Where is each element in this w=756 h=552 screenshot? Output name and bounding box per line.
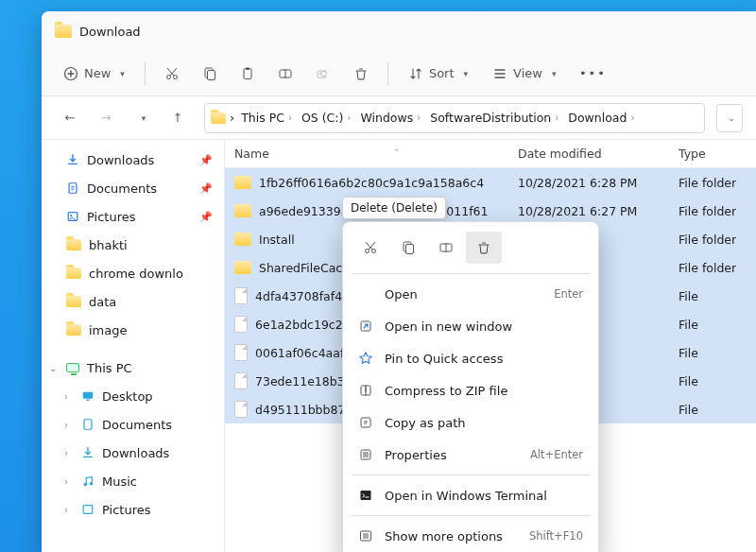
cell-type: File (679, 289, 747, 303)
file-icon (234, 316, 248, 333)
svg-rect-14 (84, 420, 92, 430)
cell-type: File folder (679, 204, 747, 218)
nav-row: ← → ▾ ↑ › This PC› OS (C:)› Windows› Sof… (42, 96, 756, 140)
sidebar-item-documents2[interactable]: ›Documents (43, 410, 222, 439)
cell-type: File folder (679, 261, 747, 275)
sidebar-item-desktop[interactable]: ›Desktop (43, 382, 222, 410)
copy-icon (401, 240, 416, 255)
sidebar-item-image[interactable]: image (43, 316, 222, 344)
svg-rect-17 (83, 506, 93, 514)
ctx-open[interactable]: OpenEnter (349, 278, 593, 310)
back-button[interactable]: ← (55, 104, 85, 132)
sidebar-item-documents[interactable]: Documents📌 (43, 174, 222, 202)
ctx-pin[interactable]: Pin to Quick access (349, 342, 593, 374)
document-icon (81, 418, 94, 431)
breadcrumb[interactable]: › This PC› OS (C:)› Windows› SoftwareDis… (204, 103, 705, 133)
sidebar-item-chrome[interactable]: chrome downlo (43, 259, 222, 287)
ctx-rename[interactable] (428, 232, 464, 264)
rename-button[interactable] (268, 58, 302, 90)
svg-rect-4 (207, 70, 215, 79)
thispc-icon (66, 363, 79, 372)
sidebar-item-music[interactable]: ›Music (43, 467, 222, 495)
pictures-icon (66, 210, 79, 223)
column-headers[interactable]: Name˄ Date modified Type (225, 140, 756, 168)
music-icon (81, 474, 94, 488)
sidebar-item-label: Music (102, 474, 137, 489)
shortcut: Shift+F10 (529, 529, 583, 543)
chevron-down-icon: ▾ (464, 69, 469, 78)
svg-rect-12 (83, 392, 94, 399)
crumb-download[interactable]: Download› (565, 111, 637, 125)
chevron-right-icon: › (64, 505, 74, 515)
col-name[interactable]: Name˄ (234, 147, 518, 161)
file-icon (234, 344, 248, 361)
svg-point-19 (372, 250, 376, 253)
cell-type: File folder (679, 176, 747, 190)
plus-circle-icon (63, 66, 78, 81)
clipboard-icon (240, 66, 255, 81)
chevron-down-icon: ▾ (142, 113, 146, 123)
trash-icon (353, 66, 369, 81)
new-button[interactable]: New ▾ (53, 58, 135, 90)
sort-button[interactable]: Sort ▾ (398, 58, 478, 90)
shortcut: Enter (554, 287, 583, 301)
sidebar-item-bhakti[interactable]: bhakti (43, 231, 222, 259)
folder-icon (66, 239, 81, 250)
up-button[interactable]: ↑ (163, 104, 193, 132)
recent-button[interactable]: ▾ (127, 104, 157, 132)
crumb-osc[interactable]: OS (C:)› (299, 111, 353, 125)
chevron-right-icon: › (555, 112, 558, 123)
ctx-properties[interactable]: PropertiesAlt+Enter (349, 439, 593, 471)
share-button[interactable] (306, 58, 340, 90)
col-type[interactable]: Type (679, 147, 747, 161)
zip-icon (358, 383, 373, 398)
sidebar-item-pictures[interactable]: Pictures📌 (43, 202, 222, 231)
sidebar-item-data[interactable]: data (43, 287, 222, 316)
paste-button[interactable] (231, 58, 265, 90)
sidebar-item-pictures2[interactable]: ›Pictures (43, 495, 222, 524)
ctx-copy-path[interactable]: Copy as path (349, 406, 593, 439)
cell-type: File (679, 403, 747, 417)
svg-point-15 (84, 483, 88, 487)
delete-button[interactable] (344, 58, 378, 90)
copy-button[interactable] (193, 58, 227, 90)
svg-point-18 (366, 250, 369, 253)
folder-icon (55, 25, 72, 38)
ctx-terminal[interactable]: Open in Windows Terminal (349, 479, 593, 511)
chevron-right-icon: › (64, 476, 74, 487)
sidebar-item-label: This PC (87, 361, 132, 375)
ctx-delete[interactable] (466, 232, 502, 264)
cut-button[interactable] (155, 58, 189, 90)
ctx-zip[interactable]: Compress to ZIP file (349, 374, 593, 406)
download-icon (81, 446, 94, 459)
arrow-right-icon: → (101, 111, 112, 125)
ctx-cut[interactable] (352, 232, 388, 264)
chevron-down-icon: ⌄ (728, 113, 735, 123)
ctx-copy[interactable] (390, 232, 426, 264)
crumb-windows[interactable]: Windows› (357, 111, 423, 125)
ctx-open-new[interactable]: Open in new window (349, 310, 593, 342)
ctx-more[interactable]: Show more optionsShift+F10 (349, 520, 593, 552)
folder-icon (234, 261, 251, 274)
svg-rect-13 (86, 400, 90, 401)
more-button[interactable]: ••• (576, 58, 610, 90)
cell-type: File (679, 346, 747, 360)
sidebar-item-downloads[interactable]: Downloads📌 (43, 146, 222, 174)
separator (351, 273, 591, 274)
sidebar-item-downloads2[interactable]: ›Downloads (43, 439, 222, 467)
cell-type: File folder (679, 233, 747, 247)
view-icon (492, 66, 507, 81)
col-date[interactable]: Date modified (518, 147, 679, 161)
cell-date: 10/28/2021 6:28 PM (518, 176, 679, 190)
table-row[interactable]: 1fb26ff0616a6b2c80c9a1c9a158a6c410/28/20… (225, 168, 756, 197)
view-button[interactable]: View ▾ (482, 58, 566, 90)
crumb-swd[interactable]: SoftwareDistribution› (427, 111, 561, 125)
sidebar-item-thispc[interactable]: ⌄This PC (43, 354, 222, 382)
crumb-thispc[interactable]: This PC› (238, 111, 295, 125)
rename-icon (278, 66, 293, 81)
sort-button-label: Sort (429, 66, 455, 80)
forward-button[interactable]: → (91, 104, 121, 132)
folder-icon (66, 324, 81, 336)
pin-icon: 📌 (199, 154, 213, 166)
breadcrumb-drop[interactable]: ⌄ (716, 104, 743, 132)
